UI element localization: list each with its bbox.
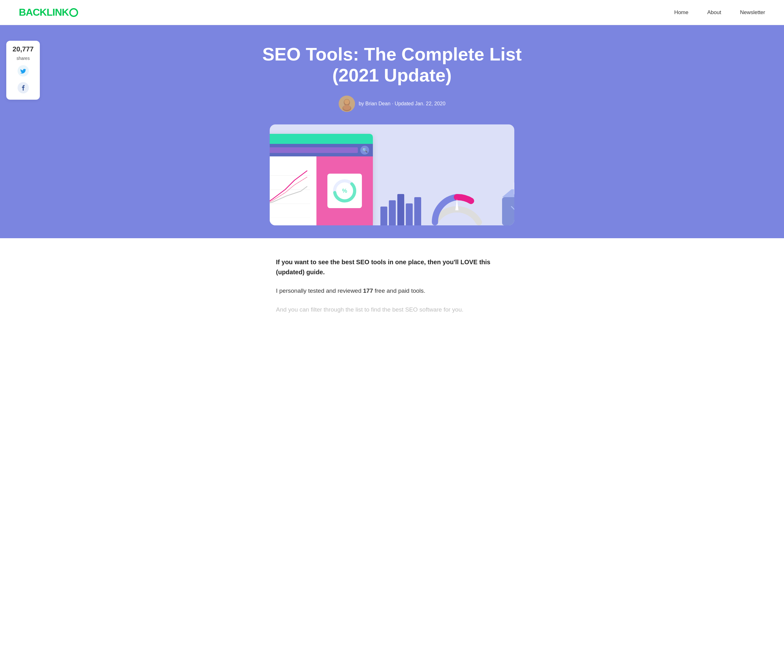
- bar-5: [414, 197, 421, 225]
- pink-panel: %: [316, 157, 373, 225]
- radial-chart: [429, 182, 485, 225]
- hero-illustration: 🔍: [270, 124, 514, 225]
- logo-o-circle: [69, 8, 78, 17]
- hero-section: 20,777 shares SEO Tools: The Complete Li…: [0, 25, 784, 238]
- bar-2: [389, 200, 396, 225]
- share-label: shares: [17, 56, 30, 61]
- twitter-share-button[interactable]: [16, 64, 30, 78]
- author-avatar-image: [339, 96, 355, 112]
- search-squiggle: [270, 147, 358, 153]
- line-chart: [270, 161, 311, 218]
- intro-number: 177: [363, 287, 373, 294]
- svg-point-5: [344, 99, 349, 104]
- donut-chart-container: %: [327, 174, 362, 208]
- nav-home[interactable]: Home: [674, 9, 688, 16]
- nav-links: Home About Newsletter: [674, 9, 765, 16]
- facebook-icon: [17, 82, 29, 93]
- hero-title: SEO Tools: The Complete List (2021 Updat…: [251, 44, 533, 85]
- chart-area: [270, 157, 316, 225]
- donut-label: %: [342, 188, 347, 194]
- search-icon: 🔍: [360, 146, 369, 155]
- intro-suffix: free and paid tools.: [373, 287, 425, 294]
- nav-about[interactable]: About: [707, 9, 721, 16]
- author-text: by Brian Dean · Updated Jan. 22, 2020: [359, 101, 446, 107]
- hero-inner: SEO Tools: The Complete List (2021 Updat…: [251, 44, 533, 225]
- svg-rect-18: [514, 182, 514, 195]
- browser-search-bar: 🔍: [270, 144, 373, 157]
- donut-chart: %: [331, 177, 359, 205]
- facebook-share-button[interactable]: [16, 81, 30, 95]
- article-content: If you want to see the best SEO tools in…: [263, 238, 521, 334]
- logo-text: BACKLINK: [19, 6, 69, 18]
- twitter-icon: [17, 65, 29, 76]
- toolbox-svg: %: [493, 175, 514, 225]
- toolbox: %: [493, 175, 514, 225]
- radial-chart-svg: [429, 182, 485, 225]
- share-count: 20,777: [12, 46, 34, 53]
- intro-paragraph-normal: I personally tested and reviewed 177 fre…: [276, 286, 508, 296]
- intro-paragraph-faded: And you can filter through the list to f…: [276, 305, 508, 315]
- site-logo[interactable]: BACKLINK: [19, 6, 78, 18]
- browser-window: 🔍: [270, 134, 373, 225]
- author-line: by Brian Dean · Updated Jan. 22, 2020: [251, 96, 533, 112]
- bottom-elements: [380, 194, 421, 225]
- svg-rect-14: [502, 197, 514, 225]
- bar-chart-small: [380, 194, 421, 225]
- svg-point-6: [343, 105, 351, 110]
- browser-content: %: [270, 157, 373, 225]
- browser-bar: [270, 134, 373, 144]
- author-avatar: [339, 96, 355, 112]
- bar-3: [397, 194, 404, 225]
- intro-prefix: I personally tested and reviewed: [276, 287, 363, 294]
- bar-1: [380, 206, 387, 225]
- svg-marker-15: [502, 189, 514, 197]
- bar-4: [406, 203, 413, 225]
- navbar: BACKLINK Home About Newsletter: [0, 0, 784, 25]
- share-sidebar: 20,777 shares: [6, 41, 40, 100]
- intro-paragraph-bold: If you want to see the best SEO tools in…: [276, 257, 508, 277]
- nav-newsletter[interactable]: Newsletter: [740, 9, 765, 16]
